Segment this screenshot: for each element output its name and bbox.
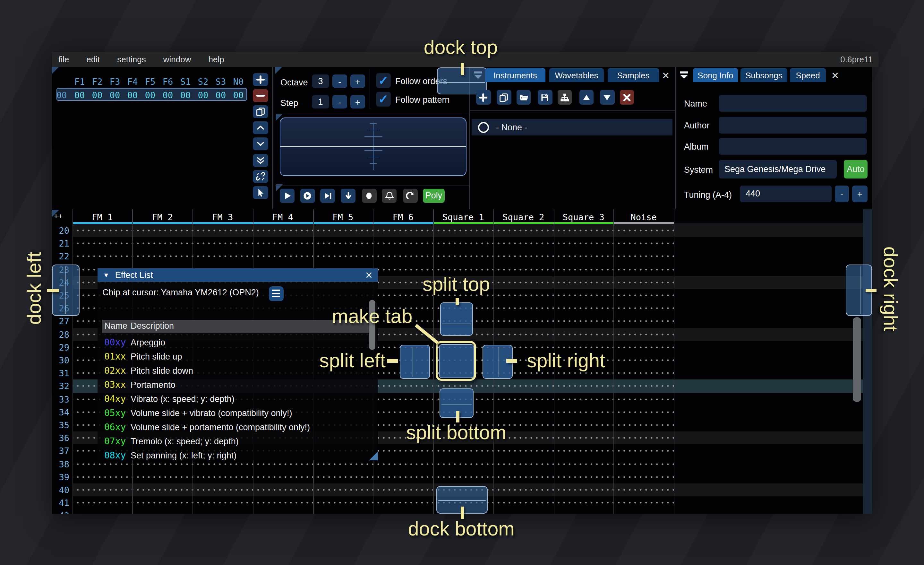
row-number[interactable]: 38 <box>52 457 69 470</box>
row-number[interactable]: 20 <box>52 224 69 237</box>
pointer-icon[interactable] <box>253 186 268 199</box>
instrument-list-item[interactable]: - None - <box>472 119 672 135</box>
row-number[interactable]: 42 <box>52 509 69 514</box>
orders-cell[interactable]: 00 <box>177 90 194 100</box>
pattern-scrollbar-track[interactable] <box>863 209 872 514</box>
chevron-down-icon[interactable] <box>253 138 268 150</box>
tuning-minus-button[interactable]: - <box>835 186 849 202</box>
orders-cell[interactable]: 00 <box>88 90 106 100</box>
row-number[interactable]: 28 <box>52 328 69 341</box>
chevron-up-icon[interactable] <box>253 122 268 135</box>
effect-row[interactable]: 08xySet panning (x: left; y: right) <box>102 448 370 460</box>
close-icon[interactable]: × <box>365 269 372 281</box>
system-value[interactable]: Sega Genesis/Mega Drive <box>718 160 837 179</box>
orders-cell[interactable]: 00 <box>70 90 88 100</box>
row-number[interactable]: 22 <box>52 250 69 263</box>
close-icon[interactable]: × <box>832 69 838 81</box>
row-number[interactable]: 29 <box>52 341 69 354</box>
sitemap-icon[interactable] <box>557 90 572 105</box>
row-number[interactable]: 32 <box>52 380 69 392</box>
delete-icon[interactable] <box>620 90 634 105</box>
split-left-target[interactable] <box>400 344 430 379</box>
row-number[interactable]: 33 <box>52 392 69 406</box>
orders-cell[interactable]: 00 <box>194 90 212 100</box>
open-icon[interactable] <box>516 90 531 105</box>
effect-row[interactable]: 04xyVibrato (x: speed; y: depth) <box>102 392 370 406</box>
auto-button[interactable]: Auto <box>844 160 867 179</box>
octave-plus-button[interactable]: + <box>350 75 365 88</box>
follow-pattern-checkbox[interactable]: ✓ <box>376 92 391 107</box>
collapse-triangle-icon[interactable]: ▼ <box>103 272 110 279</box>
channel-header-square-2[interactable]: Square 2 <box>494 212 554 222</box>
row-number[interactable]: 31 <box>52 367 69 379</box>
make-tab-target[interactable] <box>439 344 474 378</box>
row-number[interactable]: 40 <box>52 484 69 496</box>
effect-list-titlebar[interactable]: ▼ Effect List × <box>97 268 378 281</box>
step-minus-button[interactable]: - <box>332 95 347 108</box>
save-icon[interactable] <box>538 90 552 105</box>
name-field[interactable] <box>718 95 867 112</box>
record-icon[interactable] <box>362 189 376 203</box>
menu-settings[interactable]: settings <box>117 54 146 64</box>
follow-orders-checkbox[interactable]: ✓ <box>376 73 391 88</box>
orders-cell[interactable]: 00 <box>123 90 141 100</box>
row-number[interactable]: 36 <box>52 431 69 444</box>
chevrons-down-icon[interactable] <box>253 154 268 167</box>
add-icon[interactable] <box>476 90 490 105</box>
row-number[interactable]: 34 <box>52 406 69 419</box>
resize-grip[interactable] <box>369 451 378 460</box>
duplicate-icon[interactable] <box>253 105 268 118</box>
orders-cell[interactable]: 00 <box>230 90 248 100</box>
channel-header-fm-2[interactable]: FM 2 <box>132 212 193 222</box>
orders-cell[interactable]: 00 <box>106 90 124 100</box>
menu-hamburger-icon[interactable] <box>268 286 283 301</box>
tuning-value[interactable]: 440 <box>740 186 832 202</box>
orders-cell[interactable]: 00 <box>141 90 159 100</box>
effect-table-header[interactable]: Name Description <box>102 319 370 333</box>
orders-cell[interactable]: 00 <box>212 90 230 100</box>
arrow-down-icon[interactable] <box>341 189 356 203</box>
close-icon[interactable]: × <box>662 69 669 81</box>
step-plus-button[interactable]: + <box>350 95 365 108</box>
repeat-icon[interactable] <box>403 189 417 203</box>
filter-funnel-icon[interactable] <box>679 70 689 80</box>
effect-row[interactable]: 06xyVolume slide + portamento (compatibi… <box>102 420 370 434</box>
row-number[interactable]: 35 <box>52 419 69 431</box>
down-icon[interactable] <box>600 90 614 105</box>
pattern-expand-button[interactable]: ++ <box>54 212 63 220</box>
play-icon[interactable] <box>280 189 294 203</box>
remove-icon[interactable] <box>253 89 268 102</box>
unlink-icon[interactable] <box>253 170 268 183</box>
add-icon[interactable] <box>253 73 268 86</box>
menu-file[interactable]: file <box>58 54 69 64</box>
tab-wavetables[interactable]: Wavetables <box>549 68 604 82</box>
author-field[interactable] <box>718 117 867 133</box>
menu-edit[interactable]: edit <box>86 54 100 64</box>
channel-header-fm-5[interactable]: FM 5 <box>313 212 373 222</box>
row-number[interactable]: 30 <box>52 354 69 367</box>
channel-header-fm-6[interactable]: FM 6 <box>373 212 434 222</box>
effect-row[interactable]: 03xxPortamento <box>102 378 370 392</box>
channel-header-fm-1[interactable]: FM 1 <box>72 212 132 222</box>
channel-header-square-3[interactable]: Square 3 <box>554 212 614 222</box>
row-number[interactable]: 37 <box>52 445 69 457</box>
row-number[interactable]: 21 <box>52 237 69 250</box>
effect-row[interactable]: 05xyVolume slide + vibrato (compatibilit… <box>102 406 370 420</box>
octave-minus-button[interactable]: - <box>332 75 347 88</box>
menu-help[interactable]: help <box>208 54 224 64</box>
tab-speed[interactable]: Speed <box>790 68 826 82</box>
orders-row-index[interactable]: 00 <box>53 90 70 100</box>
row-number[interactable]: 27 <box>52 315 69 328</box>
channel-header-noise[interactable]: Noise <box>614 212 674 222</box>
tab-song-info[interactable]: Song Info <box>693 68 738 82</box>
tab-instruments[interactable]: Instruments <box>485 68 545 82</box>
up-icon[interactable] <box>579 90 594 105</box>
effect-row[interactable]: 07xyTremolo (x: speed; y: depth) <box>102 434 370 448</box>
tuning-plus-button[interactable]: + <box>852 186 867 202</box>
channel-header-fm-3[interactable]: FM 3 <box>192 212 253 222</box>
row-number[interactable]: 41 <box>52 496 69 509</box>
play-pattern-icon[interactable] <box>300 189 315 203</box>
octave-value[interactable]: 3 <box>312 75 329 88</box>
duplicate-icon[interactable] <box>496 90 511 105</box>
menu-window[interactable]: window <box>163 54 191 64</box>
